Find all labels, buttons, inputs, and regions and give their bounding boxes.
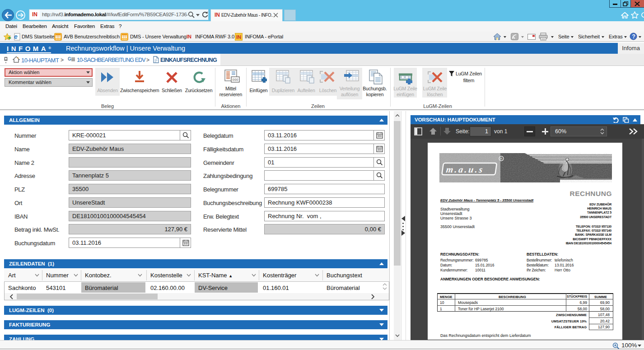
svg-text:R: R <box>500 157 503 160</box>
svg-text:m.a.u.s: m.a.u.s <box>445 164 485 174</box>
svg-text:G: G <box>68 56 71 61</box>
svg-text:e: e <box>14 33 18 40</box>
svg-text:?: ? <box>632 33 635 40</box>
